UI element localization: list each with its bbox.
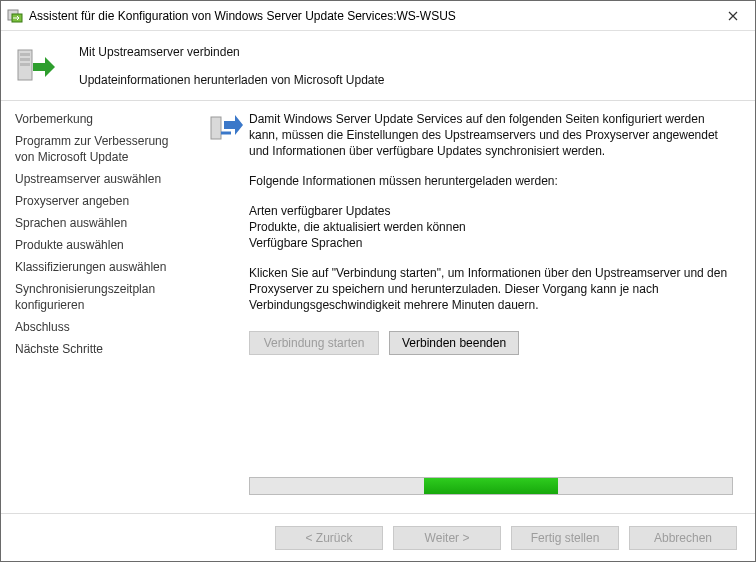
list-intro: Folgende Informationen müssen herunterge… [249,173,737,189]
wizard-footer: < Zurück Weiter > Fertig stellen Abbrech… [1,513,755,561]
start-connection-button: Verbindung starten [249,331,379,355]
finish-button: Fertig stellen [511,526,619,550]
header-icon [15,45,57,87]
nav-step[interactable]: Abschluss [15,319,189,335]
cancel-button: Abbrechen [629,526,737,550]
nav-step[interactable]: Nächste Schritte [15,341,189,357]
svg-rect-4 [20,58,30,61]
list-item: Arten verfügbarer Updates [249,203,737,219]
wizard-body: Vorbemerkung Programm zur Verbesserung v… [1,101,755,513]
window-title: Assistent für die Konfiguration von Wind… [29,9,710,23]
svg-rect-5 [20,63,30,66]
nav-step[interactable]: Produkte auswählen [15,237,189,253]
nav-step[interactable]: Klassifizierungen auswählen [15,259,189,275]
intro-paragraph: Damit Windows Server Update Services auf… [249,111,737,159]
wizard-header: Mit Upstreamserver verbinden Updateinfor… [1,31,755,101]
svg-rect-3 [20,53,30,56]
nav-step[interactable]: Proxyserver angeben [15,193,189,209]
content-icon [209,111,243,145]
nav-step[interactable]: Vorbemerkung [15,111,189,127]
wizard-content: Damit Windows Server Update Services auf… [197,101,755,513]
wizard-sidebar: Vorbemerkung Programm zur Verbesserung v… [1,101,197,513]
titlebar: Assistent für die Konfiguration von Wind… [1,1,755,31]
progress-chunk [424,478,559,494]
list-item: Produkte, die aktualisiert werden können [249,219,737,235]
header-text: Mit Upstreamserver verbinden Updateinfor… [79,45,385,87]
header-title: Mit Upstreamserver verbinden [79,45,385,59]
info-list: Arten verfügbarer Updates Produkte, die … [249,203,737,251]
list-item: Verfügbare Sprachen [249,235,737,251]
progress-bar [249,477,733,495]
wizard-window: Assistent für die Konfiguration von Wind… [0,0,756,562]
content-text: Damit Windows Server Update Services auf… [249,111,737,327]
instruction-paragraph: Klicken Sie auf "Verbindung starten", um… [249,265,737,313]
header-subtitle: Updateinformationen herunterladen von Mi… [79,73,385,87]
nav-step[interactable]: Programm zur Verbesserung von Microsoft … [15,133,189,165]
app-icon [7,8,23,24]
nav-step[interactable]: Upstreamserver auswählen [15,171,189,187]
nav-step[interactable]: Sprachen auswählen [15,215,189,231]
progress-area [249,477,733,495]
stop-connection-button[interactable]: Verbinden beenden [389,331,519,355]
svg-rect-6 [211,117,221,139]
next-button: Weiter > [393,526,501,550]
back-button: < Zurück [275,526,383,550]
connection-buttons: Verbindung starten Verbinden beenden [249,331,737,355]
close-button[interactable] [710,1,755,30]
nav-step[interactable]: Synchronisierungszeitplan konfigurieren [15,281,189,313]
